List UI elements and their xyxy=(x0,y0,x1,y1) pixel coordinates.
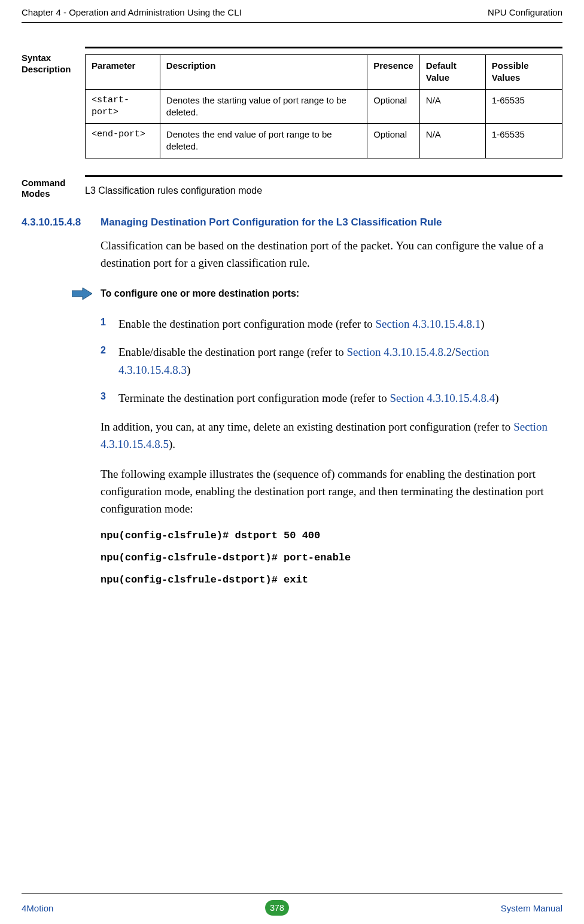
cell-presence: Optional xyxy=(367,124,420,158)
section-link[interactable]: Section 4.3.10.15.4.8.1 xyxy=(375,318,480,330)
cell-possible: 1-65535 xyxy=(485,89,562,124)
syntax-description-label: Syntax Description xyxy=(22,47,85,75)
section-link[interactable]: Section 4.3.10.15.4.8.4 xyxy=(390,392,495,404)
command-modes-label: Command Modes xyxy=(22,175,85,200)
addition-text: In addition, you can, at any time, delet… xyxy=(101,418,562,453)
header-left: Chapter 4 - Operation and Administration… xyxy=(22,7,242,17)
cell-parameter: <end-port> xyxy=(86,124,160,158)
step-text: Terminate the destination port configura… xyxy=(118,392,390,404)
example-intro: The following example illustrates the (s… xyxy=(101,465,562,518)
table-row: <end-port> Denotes the end value of port… xyxy=(86,124,562,158)
addition-after: ). xyxy=(169,438,175,450)
cell-default: N/A xyxy=(419,89,485,124)
command-line: npu(config-clsfrule-dstport)# port-enabl… xyxy=(101,552,562,563)
cell-presence: Optional xyxy=(367,89,420,124)
header-right: NPU Configuration xyxy=(488,7,562,17)
section-number: 4.3.10.15.4.8 xyxy=(22,216,101,228)
cell-parameter: <start-port> xyxy=(86,89,160,124)
table-row: <start-port> Denotes the starting value … xyxy=(86,89,562,124)
syntax-top-rule xyxy=(85,47,562,48)
cell-description: Denotes the starting value of port range… xyxy=(160,89,367,124)
section-title: Managing Destination Port Configuration … xyxy=(101,216,442,228)
step-text-after: ) xyxy=(480,318,484,330)
addition-before: In addition, you can, at any time, delet… xyxy=(101,420,513,433)
col-presence: Presence xyxy=(367,55,420,90)
syntax-parameters-table: Parameter Description Presence Default V… xyxy=(85,54,562,158)
step-text: Enable/disable the destination port rang… xyxy=(118,346,346,358)
step-item: 3 Terminate the destination port configu… xyxy=(101,389,562,407)
footer-left: 4Motion xyxy=(22,903,53,913)
cell-possible: 1-65535 xyxy=(485,124,562,158)
col-possible-values: Possible Values xyxy=(485,55,562,90)
step-text: Enable the destination port configuratio… xyxy=(118,318,375,330)
step-number: 1 xyxy=(101,315,106,330)
step-number: 2 xyxy=(101,343,106,358)
footer-rule xyxy=(22,893,562,894)
command-line: npu(config-clsfrule)# dstport 50 400 xyxy=(101,530,562,541)
table-header-row: Parameter Description Presence Default V… xyxy=(86,55,562,90)
arrow-right-icon xyxy=(72,286,92,301)
step-item: 1 Enable the destination port configurat… xyxy=(101,315,562,333)
footer-right: System Manual xyxy=(501,903,562,913)
header-rule xyxy=(22,22,562,23)
command-modes-text: L3 Classification rules configuration mo… xyxy=(85,183,562,196)
col-parameter: Parameter xyxy=(86,55,160,90)
section-intro: Classification can be based on the desti… xyxy=(101,237,562,272)
cell-default: N/A xyxy=(419,124,485,158)
command-line: npu(config-clsfrule-dstport)# exit xyxy=(101,574,562,585)
col-default-value: Default Value xyxy=(419,55,485,90)
steps-list: 1 Enable the destination port configurat… xyxy=(101,315,562,407)
page-footer: 4Motion 378 System Manual xyxy=(22,893,562,916)
procedure-title: To configure one or more destination por… xyxy=(101,288,299,299)
step-text-after: ) xyxy=(187,364,190,376)
step-number: 3 xyxy=(101,389,106,404)
step-text-after: ) xyxy=(495,392,498,404)
section-link[interactable]: Section 4.3.10.15.4.8.2 xyxy=(346,346,452,358)
command-modes-top-rule xyxy=(85,175,562,177)
step-item: 2 Enable/disable the destination port ra… xyxy=(101,343,562,379)
page-number-badge: 378 xyxy=(265,900,289,916)
cell-description: Denotes the end value of port range to b… xyxy=(160,124,367,158)
col-description: Description xyxy=(160,55,367,90)
svg-marker-0 xyxy=(72,288,92,300)
